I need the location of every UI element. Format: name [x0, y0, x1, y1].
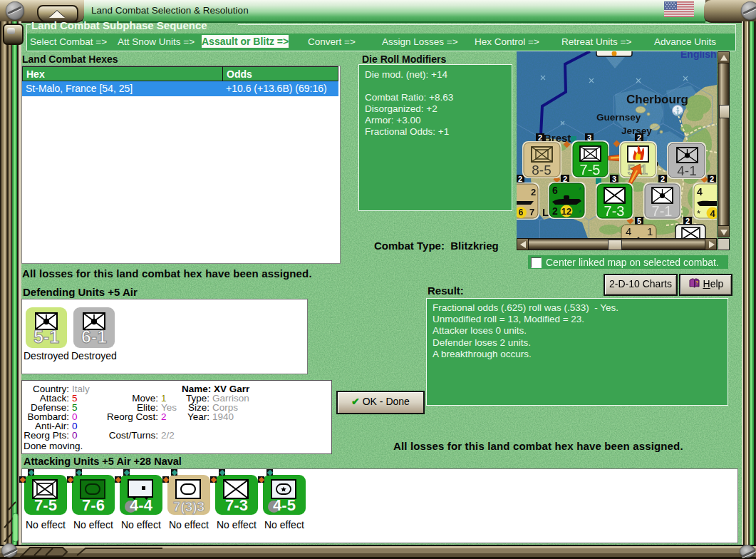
svg-text:7-5: 7-5: [580, 162, 601, 178]
svg-text:2: 2: [518, 175, 522, 183]
svg-text:1: 1: [647, 225, 653, 237]
svg-text:3: 3: [612, 175, 616, 183]
svg-text:4: 4: [710, 208, 715, 219]
svg-text:4-1: 4-1: [677, 163, 696, 178]
svg-text:7: 7: [529, 207, 534, 217]
svg-text:4: 4: [697, 186, 703, 198]
svg-text:2: 2: [552, 205, 558, 217]
svg-text:4: 4: [626, 225, 631, 237]
svg-text:?: ?: [695, 280, 698, 285]
svg-text:8-5: 8-5: [532, 163, 551, 178]
svg-text:*: *: [579, 185, 582, 195]
svg-text:6: 6: [552, 185, 558, 196]
svg-text:7-3: 7-3: [604, 203, 625, 219]
svg-text:2: 2: [710, 175, 714, 183]
svg-text:*: *: [579, 208, 582, 218]
svg-text:2: 2: [661, 175, 665, 183]
svg-text:2: 2: [531, 187, 536, 198]
svg-text:2: 2: [637, 133, 641, 142]
svg-text:2: 2: [538, 133, 542, 142]
svg-text:Guernsey: Guernsey: [596, 112, 641, 123]
svg-text:7-1: 7-1: [652, 203, 673, 219]
svg-text:*: *: [697, 208, 700, 219]
svg-text:English: English: [680, 51, 717, 60]
svg-text:5: 5: [637, 217, 641, 225]
svg-text:⚓: ⚓: [673, 106, 683, 116]
svg-text:2: 2: [685, 217, 690, 225]
svg-text:Cherbourg: Cherbourg: [626, 93, 688, 106]
svg-text:12: 12: [561, 206, 571, 217]
svg-text:6: 6: [519, 207, 524, 217]
svg-text:L: L: [542, 206, 549, 218]
